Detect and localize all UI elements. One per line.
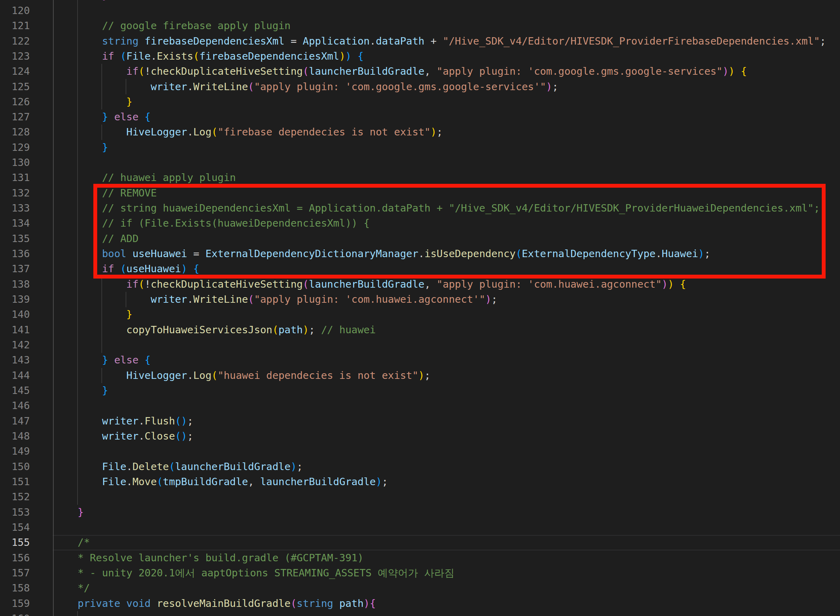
code-line-149[interactable]: 149 [0,444,840,459]
code-line-122[interactable]: 122 string firebaseDependenciesXml = App… [0,34,840,49]
code-line-123[interactable]: 123 if (File.Exists(firebaseDependencies… [0,49,840,64]
line-number-143[interactable]: 143 [0,352,30,368]
line-number-129[interactable]: 129 [0,140,30,155]
code-text: writer.Close(); [53,429,193,444]
line-number-149[interactable]: 149 [0,444,30,459]
code-line-144[interactable]: 144 HiveLogger.Log("huawei dependecies i… [0,368,840,383]
code-line-143[interactable]: 143 } else { [0,352,840,368]
code-text: File.Move(tmpBuildGradle, launcherBuildG… [53,474,388,489]
code-line-134[interactable]: 134 // if (File.Exists(huaweiDependencie… [0,216,840,231]
line-number-132[interactable]: 132 [0,186,30,201]
code-line-136[interactable]: 136 bool useHuawei = ExternalDependencyD… [0,246,840,261]
code-editor: }120121 // google firebase apply plugin1… [0,0,840,616]
code-text: writer.WriteLine("apply plugin: 'com.goo… [53,79,558,94]
code-line-129[interactable]: 129 } [0,140,840,155]
code-line-153[interactable]: 153 } [0,505,840,520]
line-number-130[interactable]: 130 [0,155,30,170]
line-number-158[interactable]: 158 [0,581,30,595]
line-number-144[interactable]: 144 [0,368,30,383]
code-line-147[interactable]: 147 writer.Flush(); [0,414,840,429]
line-number-141[interactable]: 141 [0,323,30,337]
line-number-138[interactable]: 138 [0,277,30,292]
line-number-146[interactable]: 146 [0,398,30,413]
code-line-125[interactable]: 125 writer.WriteLine("apply plugin: 'com… [0,79,840,94]
line-number-140[interactable]: 140 [0,307,30,322]
code-line-150[interactable]: 150 File.Delete(launcherBuildGradle); [0,459,840,474]
code-text: * Resolve launcher's build.gradle (#GCPT… [53,550,364,566]
line-number-131[interactable]: 131 [0,170,30,185]
code-line-126[interactable]: 126 } [0,94,840,110]
code-text: writer.Flush(); [53,414,193,429]
line-number-148[interactable]: 148 [0,429,30,444]
code-text: HiveLogger.Log("huawei dependecies is no… [53,368,430,383]
line-number-152[interactable]: 152 [0,489,30,505]
code-text: // huawei apply plugin [53,170,236,185]
code-line-120[interactable]: 120 [0,3,840,18]
code-text: } else { [53,352,151,368]
code-line-128[interactable]: 128 HiveLogger.Log("firebase dependecies… [0,125,840,139]
code-text: } [53,0,108,3]
code-line-157[interactable]: 157 * - unity 2020.1에서 aaptOptions STREA… [0,566,840,581]
code-text: // google firebase apply plugin [53,18,291,33]
code-line-119[interactable]: } [0,0,840,3]
line-number-142[interactable]: 142 [0,337,30,352]
line-number-133[interactable]: 133 [0,201,30,216]
line-number-120[interactable]: 120 [0,3,30,18]
code-line-152[interactable]: 152 [0,489,840,505]
code-line-160[interactable]: 160 [0,611,840,616]
line-number-135[interactable]: 135 [0,231,30,246]
code-line-130[interactable]: 130 [0,155,840,170]
code-line-159[interactable]: 159 private void resolveMainBuildGradle(… [0,596,840,611]
code-line-124[interactable]: 124 if(!checkDuplicateHiveSetting(launch… [0,64,840,79]
line-number-127[interactable]: 127 [0,110,30,125]
line-number-134[interactable]: 134 [0,216,30,231]
code-text: } [53,307,132,322]
line-number-136[interactable]: 136 [0,246,30,261]
line-number-151[interactable]: 151 [0,474,30,489]
line-number-157[interactable]: 157 [0,566,30,581]
code-line-156[interactable]: 156 * Resolve launcher's build.gradle (#… [0,550,840,566]
line-number-128[interactable]: 128 [0,125,30,139]
line-number-153[interactable]: 153 [0,505,30,520]
code-line-142[interactable]: 142 [0,337,840,352]
line-number-125[interactable]: 125 [0,79,30,94]
line-number-126[interactable]: 126 [0,94,30,110]
code-line-127[interactable]: 127 } else { [0,110,840,125]
code-line-121[interactable]: 121 // google firebase apply plugin [0,18,840,33]
code-line-138[interactable]: 138 if(!checkDuplicateHiveSetting(launch… [0,277,840,292]
code-line-140[interactable]: 140 } [0,307,840,322]
line-number-159[interactable]: 159 [0,596,30,611]
code-text: */ [53,581,90,595]
line-number-139[interactable]: 139 [0,292,30,307]
code-text: private void resolveMainBuildGradle(stri… [53,596,376,611]
code-text: // ADD [53,231,139,246]
line-number-150[interactable]: 150 [0,459,30,474]
code-line-141[interactable]: 141 copyToHuaweiServicesJson(path); // h… [0,323,840,337]
code-line-135[interactable]: 135 // ADD [0,231,840,246]
line-number-121[interactable]: 121 [0,18,30,33]
line-number-124[interactable]: 124 [0,64,30,79]
code-text: } [53,383,108,398]
code-line-154[interactable]: 154 [0,520,840,535]
line-number-122[interactable]: 122 [0,34,30,49]
code-line-155[interactable]: 155 /* [0,535,840,550]
code-line-148[interactable]: 148 writer.Close(); [0,429,840,444]
line-number-160[interactable]: 160 [0,611,30,616]
line-number-145[interactable]: 145 [0,383,30,398]
line-number-123[interactable]: 123 [0,49,30,64]
line-number-154[interactable]: 154 [0,520,30,535]
code-line-158[interactable]: 158 */ [0,581,840,595]
code-line-145[interactable]: 145 } [0,383,840,398]
line-number-156[interactable]: 156 [0,550,30,566]
code-text: string firebaseDependenciesXml = Applica… [53,34,826,49]
code-line-132[interactable]: 132 // REMOVE [0,186,840,201]
code-line-131[interactable]: 131 // huawei apply plugin [0,170,840,185]
code-line-139[interactable]: 139 writer.WriteLine("apply plugin: 'com… [0,292,840,307]
code-line-137[interactable]: 137 if (useHuawei) { [0,261,840,276]
line-number-155[interactable]: 155 [0,535,30,550]
code-line-151[interactable]: 151 File.Move(tmpBuildGradle, launcherBu… [0,474,840,489]
code-line-133[interactable]: 133 // string huaweiDependenciesXml = Ap… [0,201,840,216]
line-number-147[interactable]: 147 [0,414,30,429]
line-number-137[interactable]: 137 [0,261,30,276]
code-line-146[interactable]: 146 [0,398,840,413]
